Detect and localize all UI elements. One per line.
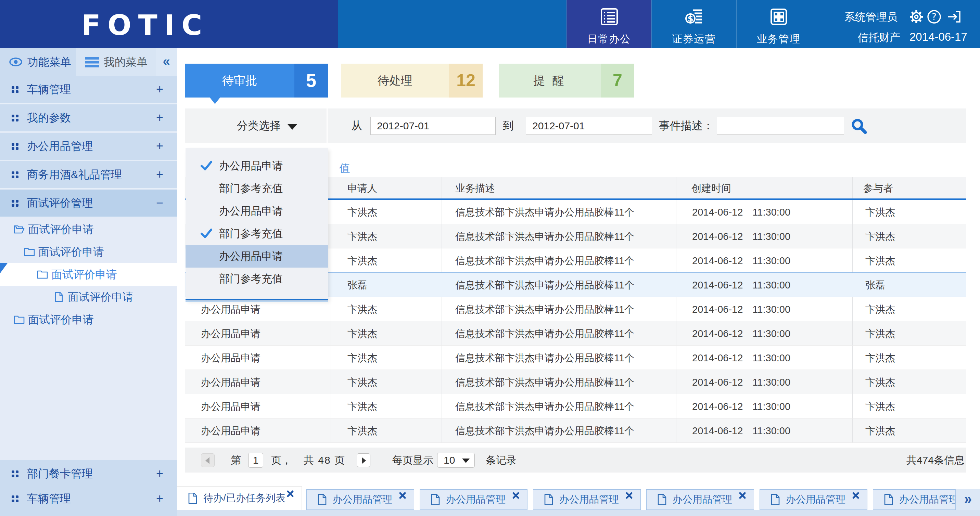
footer-tab[interactable]: 办公用品管理 — [760, 489, 867, 510]
grid-dots-icon — [12, 171, 19, 178]
close-icon[interactable] — [625, 492, 633, 499]
sidebar-submenu-label: 面试评价申请 — [38, 241, 104, 263]
sidebar-menu-item[interactable]: 车辆管理 + — [0, 485, 177, 513]
logout-icon[interactable] — [947, 10, 961, 24]
table-row[interactable]: 办公用品申请 卞洪杰 信息技术部卞洪杰申请办公用品胶棒11个 2014-06-1… — [185, 370, 966, 394]
close-icon[interactable] — [512, 492, 520, 499]
expand-toggle-icon[interactable]: − — [156, 190, 163, 216]
dropdown-option[interactable]: 办公用品申请 — [186, 245, 328, 268]
to-label: 到 — [503, 108, 514, 143]
footer-tab[interactable]: 办公用品管理 — [646, 489, 754, 510]
topnav-business[interactable]: 业务管理 — [736, 0, 821, 48]
topnav-securities[interactable]: $ 证券运营 — [651, 0, 736, 48]
cell-type: 办公用品申请 — [201, 297, 261, 322]
close-icon[interactable] — [739, 492, 746, 499]
sidebar-submenu-item[interactable]: 面试评价申请 — [0, 308, 177, 331]
dropdown-option-label: 办公用品申请 — [219, 245, 283, 268]
stat-card-reminder[interactable]: 提 醒 7 — [499, 64, 634, 97]
column-header[interactable]: 参与者 — [863, 177, 893, 200]
dropdown-option[interactable]: 办公用品申请 — [186, 200, 328, 222]
page-number-input[interactable]: 1 — [248, 453, 263, 468]
more-tabs-icon[interactable]: » — [955, 489, 980, 510]
sidebar-tab-label: 功能菜单 — [27, 48, 71, 76]
document-icon — [544, 494, 553, 505]
table-row[interactable]: 办公用品申请 卞洪杰 信息技术部卞洪杰申请办公用品胶棒11个 2014-06-1… — [185, 394, 966, 419]
sidebar-menu-item[interactable]: 车辆管理 + — [0, 76, 177, 104]
dropdown-option[interactable]: 部门参考充值 — [186, 177, 328, 200]
search-icon[interactable] — [850, 117, 867, 135]
help-icon[interactable]: ? — [927, 10, 941, 24]
cell-description: 信息技术部卞洪杰申请办公用品胶棒11个 — [455, 248, 634, 273]
footer-tab[interactable]: 办公用品管理 — [306, 489, 414, 510]
sidebar-submenu-item[interactable]: 面试评价申请 — [0, 218, 177, 241]
expand-toggle-icon[interactable]: + — [156, 133, 163, 159]
table-row[interactable]: 办公用品申请 卞洪杰 信息技术部卞洪杰申请办公用品胶棒11个 2014-06-1… — [185, 419, 966, 443]
user-unit: 信托财产 — [858, 30, 900, 45]
sidebar-submenu-item[interactable]: 面试评价申请 — [0, 263, 177, 286]
sidebar-menu-label: 商务用酒&礼品管理 — [27, 161, 122, 188]
pagination-bar: 第 1 页， 共 48 页 每页显示 10 条记录 共474条信息 — [185, 448, 966, 473]
sidebar-menu-item[interactable]: 我的参数 + — [0, 104, 177, 132]
sidebar-menu-item[interactable]: 商务用酒&礼品管理 + — [0, 161, 177, 189]
footer-tab[interactable]: 办公用品管理 — [533, 489, 641, 510]
prev-page-button[interactable] — [201, 453, 215, 467]
table-row[interactable]: 办公用品申请 卞洪杰 信息技术部卞洪杰申请办公用品胶棒11个 2014-06-1… — [185, 346, 966, 370]
stat-value: 12 — [449, 64, 483, 97]
cell-description: 信息技术部卞洪杰申请办公用品胶棒11个 — [455, 419, 634, 443]
column-header[interactable]: 业务描述 — [455, 177, 495, 200]
close-icon[interactable] — [852, 492, 859, 499]
expand-toggle-icon[interactable]: + — [156, 460, 163, 487]
cell-created: 2014-06-1211:30:00 — [692, 200, 791, 224]
logo: FOTIC — [81, 9, 209, 41]
stat-card-pending-process[interactable]: 待处理 12 — [341, 64, 483, 97]
document-icon — [431, 494, 440, 505]
cell-created: 2014-06-1211:30:00 — [692, 346, 791, 370]
footer-tab[interactable]: 待办/已办任务列表 — [177, 486, 302, 510]
date-from-input[interactable] — [371, 117, 496, 135]
event-desc-input[interactable] — [717, 117, 844, 135]
selected-values-link[interactable]: 值 — [339, 161, 350, 176]
column-header[interactable]: 申请人 — [347, 177, 377, 200]
topnav-label: 日常办公 — [567, 32, 651, 46]
sidebar-submenu-item[interactable]: 面试评价申请 — [0, 286, 177, 308]
dropdown-option[interactable]: 部门参考充值 — [186, 268, 328, 290]
close-icon[interactable] — [399, 492, 406, 499]
cell-created: 2014-06-1211:30:00 — [692, 419, 791, 443]
column-header[interactable]: 创建时间 — [692, 177, 731, 200]
dropdown-option-label: 部门参考充值 — [219, 177, 283, 200]
cell-participant: 卞洪杰 — [865, 321, 895, 346]
stat-card-pending-approval[interactable]: 待审批 5 — [185, 64, 328, 97]
sidebar-menu-item[interactable]: 部门餐卡管理 + — [0, 460, 177, 488]
sidebar-menu-item[interactable]: 面试评价管理 − — [0, 190, 177, 217]
sidebar-menu-item[interactable]: 办公用品管理 + — [0, 133, 177, 160]
hamburger-icon — [85, 57, 99, 70]
topnav-daily-office[interactable]: 日常办公 — [566, 0, 651, 48]
sidebar-submenu-item[interactable]: 面试评价申请 — [0, 241, 177, 263]
tree-node-icon — [37, 270, 48, 279]
close-icon[interactable] — [286, 490, 294, 497]
sidebar-tab-my-menu[interactable]: 我的菜单 — [76, 48, 156, 76]
table-row[interactable]: 办公用品申请 卞洪杰 信息技术部卞洪杰申请办公用品胶棒11个 2014-06-1… — [185, 321, 966, 346]
cell-description: 信息技术部卞洪杰申请办公用品胶棒11个 — [455, 346, 634, 370]
expand-toggle-icon[interactable]: + — [156, 485, 163, 511]
dropdown-option[interactable]: 部门参考充值 — [186, 222, 328, 245]
dropdown-option[interactable]: 办公用品申请 — [186, 155, 328, 177]
cell-applicant: 卞洪杰 — [347, 370, 377, 395]
sidebar-fill — [0, 510, 177, 516]
date-to-input[interactable] — [526, 117, 652, 135]
sidebar-tab-label: 我的菜单 — [104, 48, 148, 76]
table-row[interactable]: 办公用品申请 卞洪杰 信息技术部卞洪杰申请办公用品胶棒11个 2014-06-1… — [185, 297, 966, 321]
sidebar-tab-function-menu[interactable]: 功能菜单 — [0, 48, 76, 76]
page-label-suffix: 页， — [271, 448, 292, 473]
expand-toggle-icon[interactable]: + — [156, 76, 163, 102]
cell-participant: 卞洪杰 — [865, 370, 895, 395]
expand-toggle-icon[interactable]: + — [156, 161, 163, 187]
sidebar-collapse-button[interactable]: « — [156, 48, 177, 76]
caret-down-icon — [462, 459, 469, 463]
expand-toggle-icon[interactable]: + — [156, 104, 163, 131]
category-select[interactable]: 分类选择 — [185, 108, 328, 143]
per-page-select[interactable]: 10 — [437, 453, 475, 468]
next-page-button[interactable] — [357, 453, 371, 467]
footer-tab[interactable]: 办公用品管理 — [420, 489, 528, 510]
gear-icon[interactable] — [909, 10, 924, 24]
